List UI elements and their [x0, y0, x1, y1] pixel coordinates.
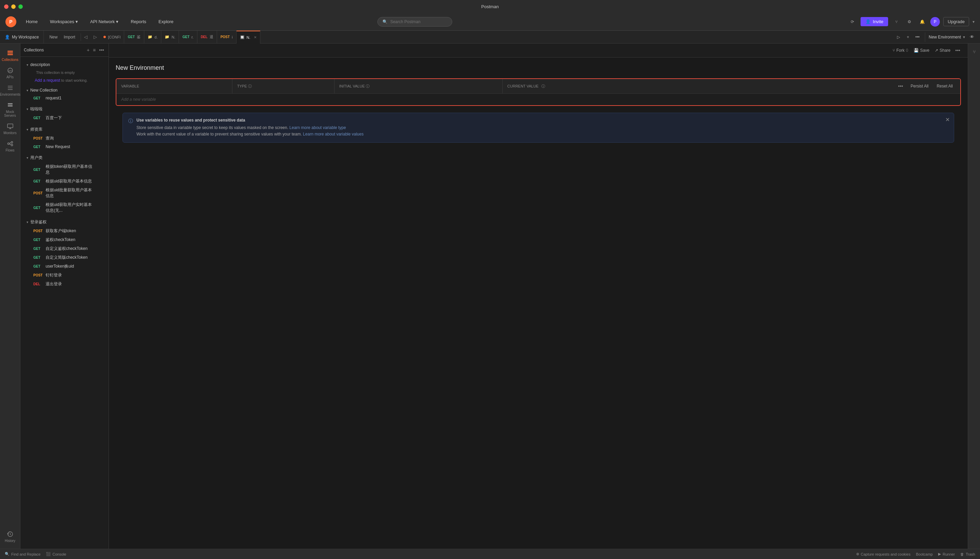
method-badge: GET — [128, 35, 135, 39]
workspace-selector[interactable]: 👤 My Workspace — [0, 31, 44, 43]
tab-config[interactable]: [CONFI — [100, 31, 124, 44]
sidebar-icon-mock-servers[interactable]: Mock Servers — [2, 99, 18, 120]
maximize-button[interactable] — [18, 5, 23, 9]
list-item[interactable]: GET 鉴权checkToken — [26, 236, 102, 244]
nav-workspaces[interactable]: Workspaces ▾ — [47, 18, 81, 26]
collection-shiziku-header[interactable]: ▾ 师资库 — [24, 125, 105, 134]
find-replace-button[interactable]: 🔍 Find and Replace — [5, 552, 41, 556]
nav-home[interactable]: Home — [23, 18, 41, 26]
list-item[interactable]: GET 根据token获取用户基本信息 — [26, 162, 102, 177]
tab-folder-d[interactable]: 📁 d. — [144, 31, 161, 44]
list-item[interactable]: GET 自定义简版checkToken — [26, 253, 102, 262]
collection-biaobiao-header[interactable]: ▾ 啦啦啦 — [24, 105, 105, 113]
list-item[interactable]: GET New Request — [26, 143, 102, 150]
current-value-info-icon[interactable]: ⓘ — [541, 84, 545, 89]
sidebar-icon-apis[interactable]: API APIs — [2, 64, 18, 82]
initial-value-info-icon[interactable]: ⓘ — [366, 84, 370, 88]
settings-icon[interactable]: ⚙ — [904, 17, 914, 26]
add-collection-button[interactable]: + — [86, 46, 91, 54]
sidebar-icon-monitors[interactable]: Monitors — [2, 120, 18, 137]
method-badge: GET — [182, 35, 190, 39]
fork-button[interactable]: ⑂ Fork 0 — [890, 46, 911, 55]
notifications-icon[interactable]: 🔔 — [917, 17, 927, 26]
sidebar-icon-history[interactable]: History — [2, 528, 18, 546]
info-banner-close-button[interactable]: ✕ — [945, 116, 950, 123]
new-button[interactable]: New — [46, 33, 60, 41]
env-dropdown-icon[interactable]: ▾ — [963, 35, 965, 40]
collection-yonghulei: ▾ 用户类 GET 根据token获取用户基本信息 GET 根据uid获取用户基… — [20, 152, 109, 217]
search-bar[interactable]: 🔍 — [377, 17, 452, 26]
collection-shiziku: ▾ 师资库 POST 查询 GET New Request — [20, 124, 109, 152]
list-item[interactable]: GET 根据uid获取用户基本信息 — [26, 177, 102, 185]
dropdown-arrow-icon[interactable]: ▾ — [972, 20, 975, 24]
collection-new-header[interactable]: ▾ New Collection — [24, 86, 105, 94]
sidebar-icon-flows[interactable]: Flows — [2, 137, 18, 155]
upgrade-button[interactable]: Upgrade — [943, 17, 969, 26]
method-badge: DEL — [33, 282, 43, 286]
list-item[interactable]: POST 根据uid批量获取用户基本信息 — [26, 186, 102, 200]
right-panel-icon-1[interactable]: ⑂ — [970, 47, 979, 56]
list-item[interactable]: GET request1 — [26, 94, 102, 102]
add-request-link[interactable]: Add a request — [35, 78, 60, 83]
eye-icon[interactable]: 👁 — [967, 32, 977, 42]
list-item[interactable]: GET 百度一下 — [26, 114, 102, 122]
more-collections-button[interactable]: ••• — [98, 46, 105, 54]
tabs-bar: 👤 My Workspace New Import ◁ ▷ [CONFI GET… — [0, 31, 980, 44]
more-options-button[interactable]: ••• — [953, 46, 962, 54]
capture-button[interactable]: ⊕ Capture requests and cookies — [856, 552, 911, 556]
bootcamp-button[interactable]: Bootcamp — [916, 552, 933, 556]
add-variable-row[interactable]: Add a new variable — [116, 94, 960, 106]
list-item[interactable]: POST 钉钉登录 — [26, 271, 102, 280]
reset-all-button[interactable]: Reset All — [934, 83, 955, 90]
share-button[interactable]: ↗ Share — [932, 46, 953, 55]
type-info-icon[interactable]: ⓘ — [248, 84, 252, 88]
tab-get-jian[interactable]: GET 鉴 — [124, 31, 144, 44]
tab-del-tui[interactable]: DEL 退 — [197, 31, 217, 44]
list-item[interactable]: DEL 退出登录 — [26, 280, 102, 288]
nav-reports[interactable]: Reports — [128, 18, 149, 26]
list-item[interactable]: POST 获取客户端token — [26, 227, 102, 235]
nav-explore[interactable]: Explore — [156, 18, 176, 26]
new-tab-icon[interactable]: + — [903, 32, 912, 42]
import-button[interactable]: Import — [61, 33, 78, 41]
tab-more-icon[interactable]: ••• — [912, 32, 922, 42]
variable-type-link[interactable]: Learn more about variable type — [290, 125, 346, 130]
save-button[interactable]: 💾 Save — [911, 46, 932, 55]
close-button[interactable] — [4, 5, 8, 9]
tab-new-env[interactable]: 🔲 N. ✕ — [236, 31, 260, 44]
list-item[interactable]: GET userToken换uid — [26, 262, 102, 271]
tab-next-icon[interactable]: ▷ — [894, 32, 903, 42]
tab-close-icon[interactable]: ✕ — [254, 35, 257, 39]
list-item[interactable]: GET 自定义鉴权checkToken — [26, 245, 102, 253]
sidebar-icon-collections[interactable]: Collections — [2, 47, 18, 64]
nav-api-network[interactable]: API Network ▾ — [87, 18, 121, 26]
tab-folder-n[interactable]: 📁 N. — [161, 31, 179, 44]
tab-get-r[interactable]: GET r. — [179, 31, 197, 44]
list-item[interactable]: GET 根据uid获取用户实时基本信息(无... — [26, 200, 102, 215]
runner-button[interactable]: ▶ Runner — [938, 552, 955, 556]
persist-all-button[interactable]: Persist All — [908, 83, 931, 90]
list-item[interactable]: POST 查询 — [26, 134, 102, 143]
filter-collections-button[interactable]: ≡ — [92, 46, 97, 54]
trash-button[interactable]: 🗑 Trash — [960, 552, 975, 556]
tab-post-i[interactable]: POST i — [217, 31, 236, 44]
invite-button[interactable]: 👤 Invite — [861, 17, 888, 26]
sync-icon[interactable]: ⟳ — [848, 17, 857, 26]
app-logo[interactable]: P — [5, 17, 16, 27]
method-badge: GET — [33, 265, 43, 268]
current-value-more-button[interactable]: ••• — [896, 83, 905, 90]
collection-denglujiaquan-header[interactable]: ▾ 登录鉴权 — [24, 218, 105, 227]
console-button[interactable]: ⬛ Console — [46, 552, 66, 556]
search-input[interactable] — [390, 20, 445, 24]
collection-yonghulei-header[interactable]: ▾ 用户类 — [24, 154, 105, 162]
minimize-button[interactable] — [11, 5, 16, 9]
tab-forward-icon[interactable]: ▷ — [91, 32, 100, 42]
method-badge: DEL — [201, 35, 208, 39]
user-avatar[interactable]: P — [931, 17, 940, 26]
add-variable-cell[interactable]: Add a new variable — [116, 94, 960, 106]
variable-values-link[interactable]: Learn more about variable values — [303, 132, 363, 137]
tab-back-icon[interactable]: ◁ — [81, 32, 91, 42]
fork-icon[interactable]: ⑂ — [891, 17, 901, 26]
collection-description-header[interactable]: ▾ description — [24, 61, 105, 68]
sidebar-icon-environments[interactable]: Environments — [2, 82, 18, 99]
